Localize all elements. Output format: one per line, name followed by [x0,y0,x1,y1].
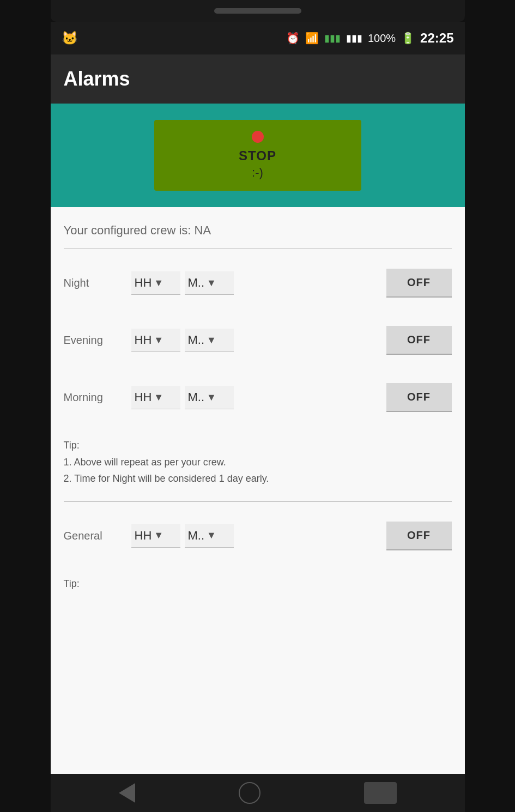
notch-pill [214,8,301,14]
recents-button[interactable] [364,782,397,804]
morning-hour-value: HH [135,390,152,404]
alarm-row-evening: Evening HH ▼ M.. ▼ OFF [64,312,452,369]
home-button[interactable] [239,782,260,804]
night-hour-arrow: ▼ [154,277,163,289]
status-icons: 🐱 [62,31,78,46]
alarm-row-general: General HH ▼ M.. ▼ OFF [64,507,452,565]
morning-dropdowns: HH ▼ M.. ▼ [131,386,379,409]
tip2-label: Tip: [64,575,452,592]
page-title: Alarms [64,68,130,90]
morning-label: Morning [64,391,124,404]
general-hour-dropdown[interactable]: HH ▼ [131,524,180,548]
night-hour-dropdown[interactable]: HH ▼ [131,271,180,295]
general-hour-value: HH [135,529,152,543]
stop-dot [252,131,264,143]
stop-button[interactable]: STOP :-) [154,120,361,191]
tip1-line1: Tip: [64,437,452,454]
evening-hour-arrow: ▼ [154,335,163,346]
teal-banner: STOP :-) [51,104,465,207]
tip1-line3: 2. Time for Night will be considered 1 d… [64,470,452,487]
content-area: Your configured crew is: NA Night HH ▼ M… [51,207,465,774]
general-hour-arrow: ▼ [154,530,163,541]
battery-icon: 🔋 [401,32,415,45]
tip1-line2: 1. Above will repeat as per your crew. [64,454,452,471]
morning-minute-value: M.. [188,390,205,404]
status-bar: 🐱 ⏰ 📶 ▮▮▮ ▮▮▮ 100% 🔋 22:25 [51,22,465,54]
bottom-nav [51,774,465,812]
app-header: Alarms [51,54,465,104]
night-hour-value: HH [135,276,152,290]
phone-frame: 🐱 ⏰ 📶 ▮▮▮ ▮▮▮ 100% 🔋 22:25 Alarms STOP :… [0,0,515,812]
app-container: Alarms STOP :-) Your configured crew is:… [51,54,465,774]
morning-minute-dropdown[interactable]: M.. ▼ [185,386,234,409]
alarm-icon: ⏰ [286,32,300,45]
evening-hour-value: HH [135,333,152,347]
signal-icon: ▮▮▮ [324,32,341,44]
tip-section-1: Tip: 1. Above will repeat as per your cr… [64,426,452,501]
night-minute-value: M.. [188,276,205,290]
morning-hour-arrow: ▼ [154,392,163,403]
stop-label: STOP [239,148,276,163]
evening-minute-arrow: ▼ [207,335,216,346]
night-dropdowns: HH ▼ M.. ▼ [131,271,379,295]
night-toggle-button[interactable]: OFF [386,269,452,298]
evening-minute-dropdown[interactable]: M.. ▼ [185,329,234,352]
battery-label: 100% [368,32,396,45]
divider-2 [64,501,452,502]
evening-dropdowns: HH ▼ M.. ▼ [131,329,379,352]
cat-icon: 🐱 [62,31,78,46]
night-label: Night [64,277,124,289]
wifi-icon: 📶 [305,32,319,45]
general-minute-arrow: ▼ [207,530,216,541]
alarm-row-night: Night HH ▼ M.. ▼ OFF [64,254,452,312]
stop-emoji: :-) [252,166,263,180]
general-minute-value: M.. [188,529,205,543]
divider-1 [64,249,452,249]
evening-hour-dropdown[interactable]: HH ▼ [131,329,180,352]
evening-minute-value: M.. [188,333,205,347]
status-right: ⏰ 📶 ▮▮▮ ▮▮▮ 100% 🔋 22:25 [286,31,454,46]
back-button[interactable] [119,783,135,803]
tip-section-2: Tip: [64,565,452,607]
status-time: 22:25 [420,31,453,46]
night-minute-dropdown[interactable]: M.. ▼ [185,271,234,295]
morning-minute-arrow: ▼ [207,392,216,403]
crew-info: Your configured crew is: NA [64,207,452,249]
general-minute-dropdown[interactable]: M.. ▼ [185,524,234,548]
general-toggle-button[interactable]: OFF [386,522,452,550]
evening-label: Evening [64,334,124,347]
morning-hour-dropdown[interactable]: HH ▼ [131,386,180,409]
general-label: General [64,530,124,542]
morning-toggle-button[interactable]: OFF [386,383,452,412]
signal2-icon: ▮▮▮ [346,32,362,44]
alarm-row-morning: Morning HH ▼ M.. ▼ OFF [64,369,452,426]
general-dropdowns: HH ▼ M.. ▼ [131,524,379,548]
evening-toggle-button[interactable]: OFF [386,326,452,355]
night-minute-arrow: ▼ [207,277,216,289]
notch-bar [51,0,465,22]
